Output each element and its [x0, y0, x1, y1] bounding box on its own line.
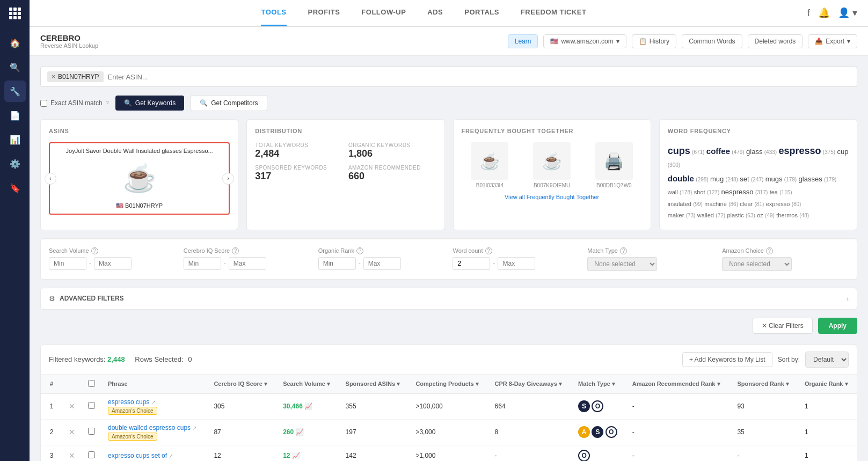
clear-filters-button[interactable]: ✕ Clear Filters: [753, 318, 813, 334]
get-keywords-button[interactable]: 🔍 Get Keywords: [115, 96, 184, 111]
col-search-volume[interactable]: Search Volume ▾: [276, 375, 339, 394]
product-name: JoyJolt Savor Double Wall Insulated glas…: [54, 148, 224, 154]
external-link-icon[interactable]: ↗: [169, 453, 173, 459]
view-all-fbt[interactable]: View all Frequently Bought Together: [462, 194, 643, 200]
sidebar-bookmark[interactable]: 🔖: [4, 177, 26, 199]
wf-wall: wall: [668, 189, 678, 195]
wf-double: double: [668, 174, 694, 183]
carousel-prev[interactable]: ‹: [45, 173, 56, 185]
select-all-checkbox[interactable]: [88, 380, 95, 387]
word-count-min[interactable]: 2: [453, 257, 490, 270]
sidebar-home[interactable]: 🏠: [4, 32, 26, 54]
learn-button[interactable]: Learn: [508, 34, 538, 48]
phrase-link[interactable]: expresso cups set of: [108, 452, 167, 459]
remove-row-btn[interactable]: ✕: [69, 428, 75, 436]
remove-row-btn[interactable]: ✕: [69, 402, 75, 411]
col-remove: [62, 375, 82, 394]
organic-rank-label: Organic Rank ?: [318, 247, 445, 254]
col-organic-rank[interactable]: Organic Rank ▾: [798, 375, 857, 394]
sort-select[interactable]: Default: [805, 352, 849, 368]
wf-nespresso: nespresso: [721, 188, 754, 196]
advanced-filters-row[interactable]: ⚙ ADVANCED FILTERS ›: [40, 288, 857, 310]
tab-freedom-ticket[interactable]: FREEDOM TICKET: [521, 0, 587, 26]
remove-row-btn[interactable]: ✕: [69, 451, 75, 460]
facebook-icon[interactable]: f: [807, 8, 810, 19]
nav-icons: f 🔔 👤 ▾: [807, 7, 857, 19]
sidebar-chart[interactable]: 📊: [4, 129, 26, 150]
remove-asin-btn[interactable]: ×: [52, 73, 55, 81]
exact-asin-checkbox[interactable]: [40, 100, 47, 107]
sidebar-tools[interactable]: 🔧: [4, 81, 26, 102]
organic-rank-min[interactable]: [318, 257, 356, 270]
history-button[interactable]: 📋 History: [632, 34, 676, 48]
row-search-volume: 260 📈: [276, 419, 339, 445]
row-checkbox[interactable]: [88, 451, 95, 458]
trend-icon[interactable]: 📈: [296, 428, 304, 436]
trend-icon[interactable]: 📈: [304, 403, 312, 410]
col-match-type[interactable]: Match Type ▾: [572, 375, 626, 394]
amazon-recommended: AMAZON RECOMMENDED 660: [348, 165, 436, 182]
row-check: [82, 419, 101, 445]
tab-tools[interactable]: TOOLS: [261, 0, 286, 26]
amazon-choice-select[interactable]: None selected: [722, 257, 792, 271]
row-organic-rank: 1: [798, 445, 857, 461]
organic-rank-max[interactable]: [363, 257, 401, 270]
table-row: 1 ✕ espresso cups ↗ Amazon's Choice 305 …: [41, 393, 857, 419]
deleted-words-button[interactable]: Deleted words: [748, 34, 803, 48]
iq-score-max[interactable]: [229, 257, 266, 270]
row-num: 2: [41, 419, 62, 445]
bell-icon[interactable]: 🔔: [818, 7, 830, 19]
col-amz-rank[interactable]: Amazon Recommended Rank ▾: [626, 375, 731, 394]
apply-button[interactable]: Apply: [818, 318, 857, 334]
search-volume-max[interactable]: [94, 257, 132, 270]
row-organic-rank: 1: [798, 393, 857, 419]
sort-group: + Add Keywords to My List Sort by: Defau…: [682, 352, 849, 368]
trend-icon[interactable]: 📈: [292, 452, 300, 459]
iq-score-label: Cerebro IQ Score ?: [184, 247, 310, 254]
asin-search-input[interactable]: [108, 73, 850, 81]
sidebar-search[interactable]: 🔍: [4, 56, 26, 78]
search-volume-min[interactable]: [49, 257, 86, 270]
phrase-link[interactable]: espresso cups: [108, 398, 149, 406]
row-checkbox[interactable]: [88, 428, 95, 435]
iq-score-filter: Cerebro IQ Score ? -: [184, 247, 310, 271]
row-iq-score: 305: [207, 393, 276, 419]
external-link-icon[interactable]: ↗: [151, 399, 156, 405]
sidebar-settings[interactable]: ⚙️: [4, 153, 26, 174]
col-sponsored-rank[interactable]: Sponsored Rank ▾: [731, 375, 798, 394]
wf-expresso: expresso: [766, 201, 790, 207]
iq-score-min[interactable]: [184, 257, 221, 270]
help-icon-wc: ?: [485, 247, 492, 254]
row-search-volume: 30,466 📈: [276, 393, 339, 419]
row-remove: ✕: [62, 393, 82, 419]
match-type-select[interactable]: None selected: [587, 257, 657, 271]
tab-followup[interactable]: FOLLOW-UP: [361, 0, 406, 26]
phrase-link[interactable]: double walled espresso cups: [108, 424, 191, 431]
distribution-card: DISTRIBUTION TOTAL KEYWORDS 2,484 ORGANI…: [246, 119, 444, 230]
col-competing-products[interactable]: Competing Products ▾: [409, 375, 488, 394]
tab-ads[interactable]: ADS: [427, 0, 443, 26]
col-sponsored-asins[interactable]: Sponsored ASINs ▾: [339, 375, 410, 394]
carousel-next[interactable]: ›: [222, 173, 234, 185]
marketplace-button[interactable]: 🇺🇸 www.amazon.com ▾: [543, 34, 626, 48]
common-words-button[interactable]: Common Words: [682, 34, 742, 48]
row-phrase: double walled espresso cups ↗ Amazon's C…: [101, 419, 207, 445]
add-keywords-button[interactable]: + Add Keywords to My List: [682, 352, 772, 367]
wf-mugs: mugs: [765, 175, 783, 183]
row-competing-products: >1,000: [409, 445, 488, 461]
external-link-icon[interactable]: ↗: [192, 425, 196, 431]
user-icon[interactable]: 👤 ▾: [838, 7, 857, 19]
page-subtitle: Reverse ASIN Lookup: [40, 42, 98, 49]
tab-portals[interactable]: PORTALS: [464, 0, 499, 26]
get-competitors-button[interactable]: 🔍 Get Competitors: [191, 95, 267, 111]
tab-profits[interactable]: PROFITS: [308, 0, 340, 26]
export-button[interactable]: 📥 Export ▾: [808, 34, 857, 48]
word-count-max[interactable]: [498, 257, 535, 270]
sidebar-document[interactable]: 📄: [4, 105, 26, 126]
row-checkbox[interactable]: [88, 402, 95, 409]
row-phrase: espresso cups ↗ Amazon's Choice: [101, 393, 207, 419]
col-iq-score[interactable]: Cerebro IQ Score ▾: [207, 375, 276, 394]
row-num: 1: [41, 393, 62, 419]
app-grid-icon[interactable]: [9, 8, 21, 19]
col-cpr[interactable]: CPR 8-Day Giveaways ▾: [488, 375, 572, 394]
